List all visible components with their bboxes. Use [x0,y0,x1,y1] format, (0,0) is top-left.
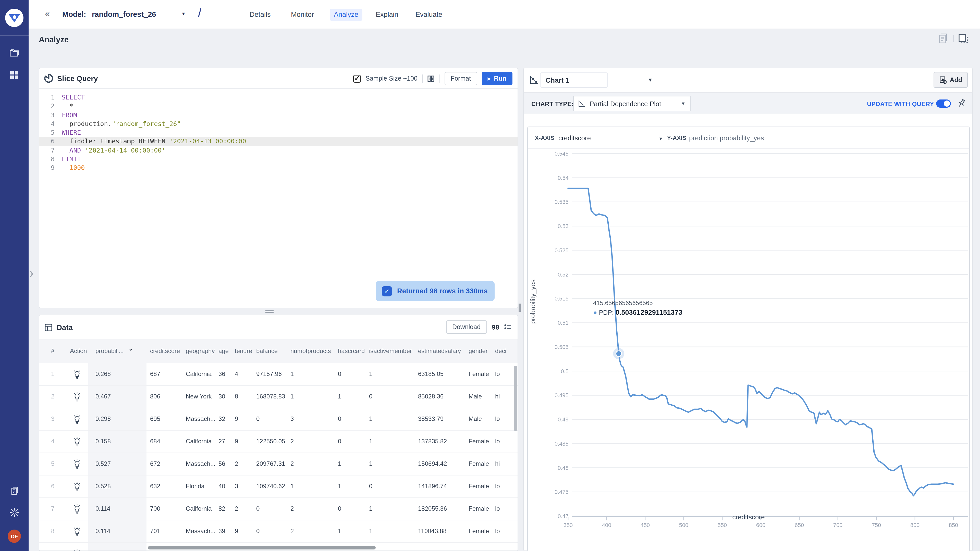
table-row[interactable]: 50.527672Massach...562209767.31211150694… [39,453,517,475]
user-avatar[interactable]: DF [8,530,21,543]
cell-estimatedsalary: 63185.05 [418,370,444,378]
update-with-query-toggle[interactable] [936,100,951,108]
sample-size-checkbox[interactable] [353,75,361,83]
row-settings-icon[interactable] [504,324,511,330]
cell-isactivemember: 1 [369,505,372,512]
explain-bulb-icon[interactable] [73,482,81,494]
update-with-query-label[interactable]: UPDATE WITH QUERY [867,100,934,108]
code-line[interactable]: 7 AND '2021-04-14 00:00:00' [39,146,517,155]
column-header-deci[interactable]: deci [495,348,506,354]
panel-collapse-chevron[interactable]: ❯ [29,270,34,277]
run-button[interactable]: ▶ Run [482,72,512,85]
explain-bulb-icon[interactable] [73,459,81,472]
column-header-balance[interactable]: balance [256,348,278,354]
column-header-creditscore[interactable]: creditscore [150,348,180,354]
cell-probabili: 0.268 [95,370,111,378]
column-header-hascrcard[interactable]: hascrcard [338,348,365,354]
cell-balance: 0 [256,415,259,422]
code-line[interactable]: 8LIMIT [39,155,517,164]
pdp-line-chart[interactable]: 0.5450.540.5350.530.5250.520.5150.510.50… [528,149,969,551]
code-line[interactable]: 5WHERE [39,128,517,137]
model-caret-icon[interactable]: ▼ [181,11,186,16]
line-text: * [62,102,73,111]
explain-bulb-icon[interactable] [73,549,81,551]
chart-type-dropdown[interactable]: Partial Dependence Plot ▼ [573,96,690,111]
table-row[interactable]: 10.268687California36497157.9610163185.0… [39,363,517,386]
cell-deci: lo [495,483,500,490]
column-header-numofproducts[interactable]: numofproducts [290,348,331,354]
hovered-data-point[interactable] [616,351,621,356]
download-button[interactable]: Download [446,321,487,333]
columns-icon[interactable] [427,75,435,83]
code-line[interactable]: 6 fiddler_timestamp BETWEEN '2021-04-13 … [39,137,517,146]
column-header-action[interactable]: Action [70,348,87,354]
cell-isactivemember: 1 [369,460,372,467]
x-axis-caret-icon[interactable]: ▼ [659,136,663,141]
docs-icon[interactable] [7,484,21,498]
line-number: 1 [39,93,55,102]
explain-bulb-icon[interactable] [73,504,81,516]
explain-bulb-icon[interactable] [73,437,81,449]
code-line[interactable]: 3FROM [39,110,517,119]
cell-isactivemember: 1 [369,527,372,535]
cell-age: 40 [218,483,225,490]
chart-name-input[interactable]: Chart 1 [540,73,608,88]
cell-index: 2 [51,393,54,400]
table-row[interactable]: 30.298695Massach...329030138533.79Malelo [39,408,517,430]
apps-grid-icon[interactable] [7,68,21,82]
tab-details[interactable]: Details [245,9,275,21]
table-vertical-scrollbar[interactable] [514,366,517,431]
settings-gear-icon[interactable] [7,505,21,519]
column-header-gender[interactable]: gender [469,348,488,354]
table-row[interactable]: 20.467806New York308168078.8311085028.36… [39,386,517,408]
cell-age: 36 [218,370,225,378]
vertical-resize-handle[interactable] [519,303,521,312]
column-header-probabili[interactable]: probabili... [95,348,124,354]
table-row[interactable]: 40.158684California279122550.05201137835… [39,430,517,453]
add-chart-button[interactable]: Add [933,72,968,88]
explain-bulb-icon[interactable] [73,369,81,382]
table-horizontal-scrollbar[interactable] [148,546,375,549]
code-line[interactable]: 4 production."random_forest_26" [39,119,517,128]
format-button[interactable]: Format [445,72,477,85]
collapse-nav-icon[interactable]: « [45,9,50,19]
table-column-header[interactable]: #Actionprobabili...⌄creditscoregeography… [39,339,517,363]
horizontal-resize-handle[interactable] [266,310,274,313]
cell-numofproducts: 1 [290,370,294,378]
explain-bulb-icon[interactable] [73,527,81,539]
code-line[interactable]: 2 * [39,102,517,111]
duplicate-icon[interactable] [959,35,967,43]
table-row[interactable]: 60.528632Florida403109740.62110141896.74… [39,475,517,498]
explain-bulb-icon[interactable] [73,392,81,404]
explain-bulb-icon[interactable] [73,414,81,427]
code-line[interactable]: 9 1000 [39,164,517,172]
line-text: fiddler_timestamp BETWEEN '2021-04-13 00… [62,137,250,146]
cell-estimatedsalary: 141896.74 [418,483,447,490]
fiddler-logo-icon[interactable] [5,9,24,27]
model-selector[interactable]: random_forest_26 [92,10,156,18]
column-header-#[interactable]: # [51,348,54,354]
line-number: 9 [39,164,55,172]
pin-icon[interactable] [957,98,966,109]
tab-monitor[interactable]: Monitor [287,9,318,21]
app-root: DF « Model: random_forest_26 ▼ / Details… [0,0,980,551]
column-header-tenure[interactable]: tenure [235,348,252,354]
table-row[interactable]: 70.114700California8220201182055.36Femal… [39,498,517,520]
tab-analyze[interactable]: Analyze [330,9,363,21]
column-header-isactivemember[interactable]: isactivemember [369,348,412,354]
notes-icon[interactable] [940,34,947,43]
tab-explain[interactable]: Explain [372,9,402,21]
column-header-age[interactable]: age [218,348,229,354]
column-header-geography[interactable]: geography [186,348,215,354]
cell-balance: 122550.05 [256,438,285,445]
x-axis-dropdown[interactable]: creditscore [558,134,591,142]
table-row[interactable]: 80.114701Massach...3990211110043.88Femal… [39,520,517,543]
cell-geography: Florida [186,483,204,490]
tab-evaluate[interactable]: Evaluate [411,9,446,21]
code-line[interactable]: 1SELECT [39,93,517,102]
projects-folder-icon[interactable] [7,46,21,60]
sql-editor[interactable]: 1SELECT2 *3FROM4 production."random_fore… [39,93,517,172]
column-header-estimatedsalary[interactable]: estimatedsalary [418,348,461,354]
sort-descending-icon[interactable]: ⌄ [129,346,133,351]
chart-select-caret-icon[interactable]: ▼ [648,77,653,83]
